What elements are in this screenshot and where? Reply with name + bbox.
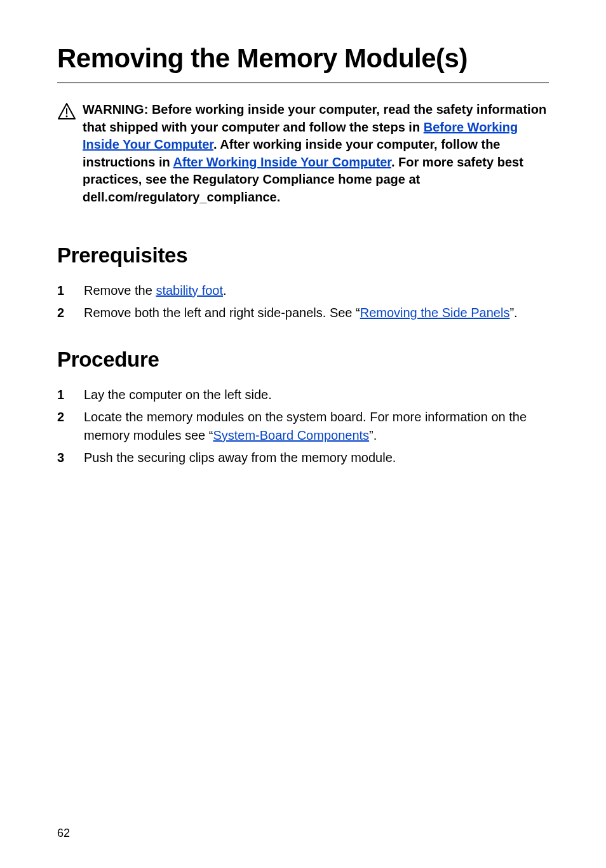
svg-point-2 bbox=[66, 115, 68, 117]
procedure-heading: Procedure bbox=[57, 348, 549, 372]
item-text-post: . bbox=[223, 283, 227, 297]
warning-triangle-icon bbox=[57, 102, 76, 120]
page-number: 62 bbox=[57, 827, 70, 840]
item-text-pre: Lay the computer on the left side. bbox=[84, 388, 272, 402]
list-item: Push the securing clips away from the me… bbox=[57, 449, 549, 467]
removing-side-panels-link[interactable]: Removing the Side Panels bbox=[360, 306, 510, 320]
list-item: Remove both the left and right side-pane… bbox=[57, 304, 549, 322]
item-text-pre: Remove the bbox=[84, 283, 156, 297]
page-title: Removing the Memory Module(s) bbox=[57, 44, 549, 83]
list-item: Lay the computer on the left side. bbox=[57, 386, 549, 404]
stability-foot-link[interactable]: stability foot bbox=[156, 283, 223, 297]
document-page: Removing the Memory Module(s) WARNING: B… bbox=[0, 0, 606, 868]
list-item: Locate the memory modules on the system … bbox=[57, 408, 549, 445]
prerequisites-heading: Prerequisites bbox=[57, 243, 549, 268]
warning-text: WARNING: Before working inside your comp… bbox=[83, 101, 549, 207]
item-text-post: ”. bbox=[369, 428, 377, 442]
warning-block: WARNING: Before working inside your comp… bbox=[57, 101, 549, 207]
system-board-components-link[interactable]: System-Board Components bbox=[213, 428, 369, 442]
prerequisites-list: Remove the stability foot. Remove both t… bbox=[57, 281, 549, 322]
procedure-list: Lay the computer on the left side. Locat… bbox=[57, 386, 549, 467]
item-text-post: ”. bbox=[509, 306, 517, 320]
after-working-link[interactable]: After Working Inside Your Computer bbox=[173, 155, 391, 169]
item-text-pre: Remove both the left and right side-pane… bbox=[84, 306, 360, 320]
list-item: Remove the stability foot. bbox=[57, 281, 549, 300]
item-text-pre: Push the securing clips away from the me… bbox=[84, 451, 396, 465]
